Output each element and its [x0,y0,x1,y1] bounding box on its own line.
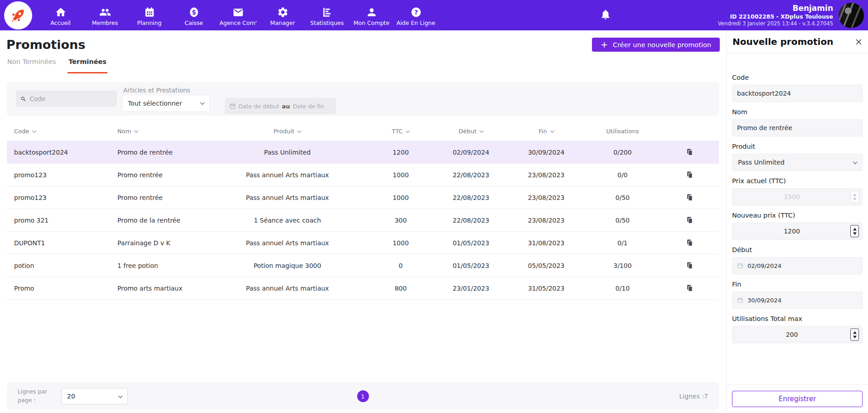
cell-ttc: 1000 [367,171,435,179]
nav-item-mon-compte[interactable]: Mon Compte [350,5,393,26]
cell-code: promo123 [14,194,117,201]
avatar[interactable] [839,3,864,28]
chevron-down-icon [200,100,205,105]
table-row[interactable]: potion 1 free potion Potion magique 3000… [7,254,719,277]
nom-label: Nom [732,108,863,116]
save-button[interactable]: Enregistrer [732,391,863,407]
nav-label: Mon Compte [354,19,389,26]
date-start-placeholder[interactable]: Date de début [238,103,279,110]
sort-chevron-icon [406,128,410,133]
date-range-filter[interactable]: Date de début au Date de fin [225,98,336,114]
code-field[interactable] [732,85,862,102]
app-logo[interactable] [4,1,32,29]
search-icon [20,96,26,102]
table-row[interactable]: DUPONT1 Parrainage D v K Pass annuel Art… [7,232,719,254]
help-icon: ? [410,6,422,18]
page-number-button[interactable]: 1 [357,390,369,402]
svg-text:?: ? [414,8,417,16]
cell-ttc: 0 [367,262,435,269]
column-header-fin[interactable]: Fin [507,128,585,135]
nouveau-prix-label: Nouveau prix (TTC) [732,212,863,219]
home-icon [55,6,67,18]
column-header-produit[interactable]: Produit [208,128,367,135]
fin-date-field[interactable]: 30/09/2024 [732,292,863,309]
user-name: Benjamin [718,4,833,13]
duplicate-icon[interactable] [686,171,693,179]
nav-item-aide-en-ligne[interactable]: ? Aide En Ligne [395,5,437,26]
rows-per-page-select[interactable]: 20 [61,388,128,404]
stats-icon [321,6,333,18]
user-id: ID 221002285 - XDplus Toulouse [718,13,833,20]
table-row[interactable]: Promo Promo arts martiaux Pass annuel Ar… [7,277,719,300]
nav-item-caisse[interactable]: $ Caisse [173,5,215,26]
table-body: backtosport2024 Promo de rentrée Pass Un… [7,141,719,300]
close-icon[interactable] [855,39,862,45]
code-search-input[interactable] [29,95,112,102]
tab-terminees[interactable]: Terminées [68,58,107,73]
notifications-bell-icon[interactable] [600,9,611,22]
nav-item-manager[interactable]: Manager [262,5,304,26]
column-header-nom[interactable]: Nom [117,128,208,135]
nav-label: Accueil [50,19,71,26]
cell-utilisations: 0/50 [585,217,660,224]
rows-per-page-label: Lignes par page : [18,388,51,405]
nav-item-planning[interactable]: Planning [128,5,170,26]
page-title: Promotions [6,38,85,52]
nav-menu: Accueil Membres Planning $ Caisse [39,5,439,26]
duplicate-icon[interactable] [686,194,693,201]
cell-ttc: 800 [367,285,435,292]
cell-ttc: 1000 [367,239,435,247]
utilisations-stepper[interactable] [850,329,859,341]
prix-actuel-field [732,189,862,205]
cell-debut: 22/08/2023 [435,194,507,201]
cell-fin: 31/08/2023 [507,239,585,247]
nav-item-accueil[interactable]: Accueil [39,5,82,26]
cell-debut: 02/09/2024 [435,149,507,156]
nav-item-agence-com[interactable]: Agence Com' [217,5,259,26]
articles-select[interactable]: Tout sélectionner [122,95,209,112]
panel-title: Nouvelle promotion [732,36,833,47]
tab-non-terminees[interactable]: Non Terminées [6,58,57,73]
sort-chevron-icon [134,128,139,133]
date-end-placeholder[interactable]: Date de fin [293,103,324,110]
nom-field[interactable] [732,120,862,136]
calendar-icon [144,6,155,18]
cell-code: promo123 [14,171,117,179]
code-search[interactable] [16,91,117,107]
column-header-ttc[interactable]: TTC [367,128,435,135]
person-icon [366,6,378,18]
nav-item-membres[interactable]: Membres [84,5,126,26]
duplicate-icon[interactable] [686,216,693,224]
table-row[interactable]: promo 321 Promo de la rentrée 1 Séance a… [7,209,719,232]
debut-date-field[interactable]: 02/09/2024 [732,257,863,274]
duplicate-icon[interactable] [686,239,693,247]
cell-code: backtosport2024 [14,149,117,156]
duplicate-icon[interactable] [686,148,693,156]
cell-nom: Parrainage D v K [117,239,208,247]
column-header-début[interactable]: Début [435,128,507,135]
cell-debut: 22/08/2023 [435,171,507,179]
nouveau-prix-field[interactable] [732,223,862,239]
table-row[interactable]: promo123 Promo rentrée Pass annuel Arts … [7,164,719,186]
cell-utilisations: 0/200 [585,149,660,156]
promotions-table: CodeNomProduitTTCDébutFinUtilisations ba… [7,116,719,300]
nouveau-prix-stepper[interactable] [850,225,859,238]
sort-chevron-icon [480,128,484,133]
table-row[interactable]: backtosport2024 Promo de rentrée Pass Un… [7,141,719,164]
cell-fin: 23/08/2023 [507,217,585,224]
cell-debut: 01/05/2023 [435,239,507,247]
cell-fin: 30/09/2024 [507,149,585,156]
utilisations-max-field[interactable] [732,326,862,343]
duplicate-icon[interactable] [686,284,693,292]
column-header-code[interactable]: Code [14,128,117,135]
duplicate-icon[interactable] [686,262,693,269]
produit-select[interactable]: Pass Unlimited [732,154,863,171]
nav-item-statistiques[interactable]: Statistiques [306,5,348,26]
cell-code: potion [14,262,117,269]
cell-nom: Promo rentrée [117,171,208,179]
calendar-small-icon [737,297,743,303]
cell-utilisations: 0/50 [585,194,660,201]
create-promotion-button[interactable]: + Créer une nouvelle promotion [592,38,720,52]
utilisations-max-label: Utilisations Total max [732,315,863,322]
table-row[interactable]: promo123 Promo rentrée Pass annuel Arts … [7,186,719,209]
